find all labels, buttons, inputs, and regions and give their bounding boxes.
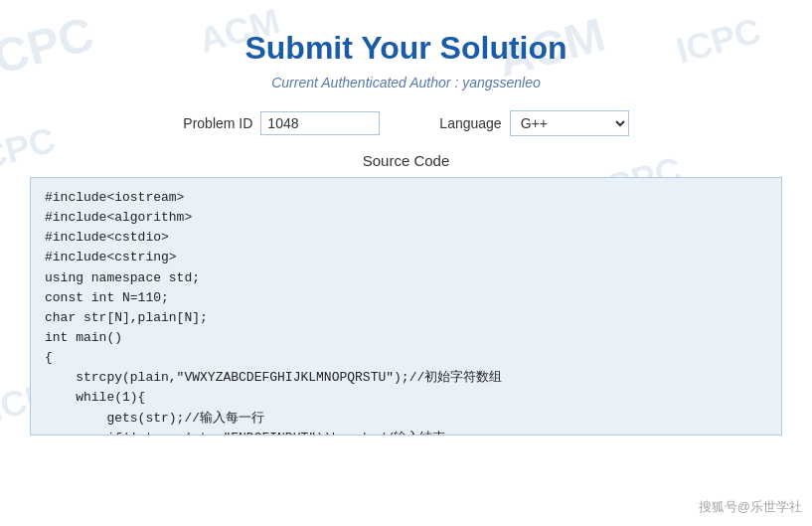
form-row: Problem ID Language G++ C C++ Java Pasca… (0, 110, 812, 136)
page-title-container: Submit Your Solution (0, 0, 812, 75)
language-select[interactable]: G++ C C++ Java Pascal (510, 110, 629, 136)
language-label: Language (439, 115, 501, 131)
problem-id-label: Problem ID (183, 115, 252, 131)
bottom-watermark: 搜狐号@乐世学社 (699, 498, 802, 516)
author-text: Current Authenticated Author : yangssenl… (271, 75, 541, 90)
author-line: Current Authenticated Author : yangssenl… (0, 75, 812, 90)
code-textarea[interactable] (31, 178, 781, 435)
problem-id-group: Problem ID (183, 111, 380, 135)
source-code-label: Source Code (0, 152, 812, 169)
page-title: Submit Your Solution (0, 30, 812, 67)
language-group: Language G++ C C++ Java Pascal (439, 110, 628, 136)
problem-id-input[interactable] (260, 111, 380, 135)
page-wrapper: Submit Your Solution Current Authenticat… (0, 0, 812, 526)
code-container[interactable] (30, 177, 782, 436)
